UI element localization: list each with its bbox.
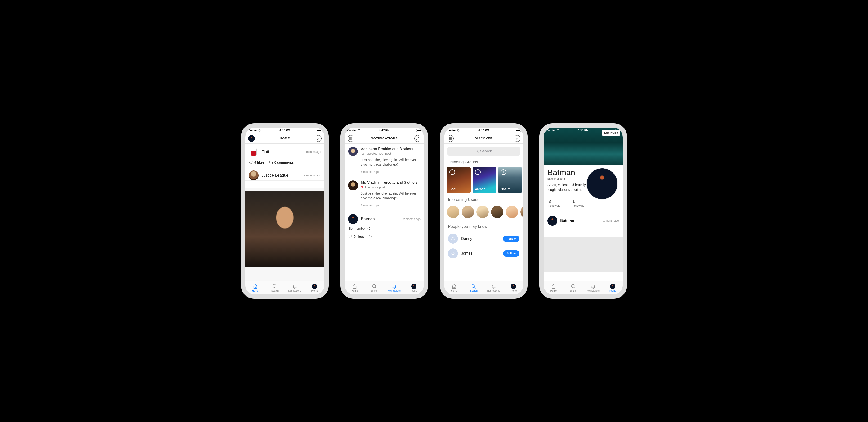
notification-avatar[interactable] [348, 147, 358, 157]
user-avatar[interactable] [506, 206, 518, 218]
add-group-button[interactable]: + [500, 169, 506, 175]
svg-point-7 [351, 138, 351, 138]
post-author[interactable]: Justice League [261, 173, 288, 178]
post-author[interactable]: Batman [560, 218, 574, 223]
notification-action: reposted your post [366, 152, 391, 155]
user-avatar[interactable] [520, 206, 523, 218]
svg-point-17 [449, 138, 450, 138]
tab-profile[interactable]: Profile [603, 281, 623, 294]
tab-home[interactable]: Home [245, 281, 265, 294]
menu-grid-button[interactable] [348, 135, 354, 142]
notification-avatar[interactable] [348, 180, 358, 190]
tab-profile[interactable]: Profile [404, 281, 424, 294]
tab-label: Search [569, 289, 577, 292]
notification-timestamp: 6 minutes ago [361, 170, 421, 173]
svg-point-1 [273, 284, 276, 288]
suggestion-name: James [461, 251, 472, 256]
feed-post[interactable]: Justice League 2 months ago [245, 167, 324, 181]
user-avatar[interactable] [448, 234, 458, 244]
tab-notifications[interactable]: Notifications [384, 281, 404, 294]
notification-item[interactable]: Adalberto Bradtke and 8 others reposted … [345, 144, 424, 177]
tab-profile[interactable]: Profile [504, 281, 524, 294]
compose-button[interactable] [414, 135, 421, 142]
post-image-placeholder [544, 236, 623, 272]
tab-search[interactable]: Search [563, 281, 583, 294]
svg-point-6 [350, 138, 350, 138]
post-avatar[interactable] [249, 170, 258, 180]
following-stat[interactable]: 1 Following [572, 199, 584, 207]
post-avatar[interactable] [249, 147, 258, 157]
search-input[interactable]: Search [447, 147, 520, 156]
post-avatar[interactable] [348, 214, 358, 224]
tab-label: Home [351, 289, 358, 292]
tab-search[interactable]: Search [464, 281, 484, 294]
search-icon [272, 284, 278, 289]
likes-button[interactable]: 0 likes [249, 160, 265, 165]
group-card-beer[interactable]: + Beer [447, 167, 471, 193]
tab-label: Search [271, 289, 279, 292]
user-avatar-button[interactable] [248, 135, 255, 142]
page-title: NOTIFICATIONS [345, 137, 424, 140]
likes-button[interactable]: 0 likes [348, 234, 364, 239]
group-name: Arcade [475, 187, 485, 191]
user-avatar[interactable] [491, 206, 503, 218]
tab-search[interactable]: Search [365, 281, 384, 294]
post-author[interactable]: Batman [361, 217, 375, 221]
svg-point-8 [351, 138, 352, 138]
notification-excerpt: Just beat the joker again. Will he ever … [361, 191, 421, 201]
profile-hero: Edit Profile [544, 128, 623, 166]
suggestion-row[interactable]: James Follow [444, 246, 523, 261]
notification-title: Adalberto Bradtke and 8 others [361, 147, 421, 151]
tab-notifications[interactable]: Notifications [484, 281, 504, 294]
user-avatar[interactable] [447, 206, 459, 218]
tab-bar: Home Search Notifications Profile [345, 281, 424, 294]
bell-icon [292, 284, 298, 289]
feed-post[interactable]: Fluff 2 months ago 0 likes 0 comments [245, 144, 324, 167]
group-card-nature[interactable]: + Nature [498, 167, 522, 193]
tab-label: Home [252, 289, 258, 292]
add-group-button[interactable]: + [450, 169, 455, 175]
tab-notifications[interactable]: Notifications [285, 281, 305, 294]
trending-groups-row[interactable]: + Beer + Arcade + Nature [444, 167, 523, 193]
status-bar: Carrier 4:47 PM [345, 128, 424, 133]
group-card-arcade[interactable]: + Arcade [473, 167, 496, 193]
comments-button[interactable]: 0 comments [269, 160, 294, 165]
battery-icon [615, 129, 620, 132]
tab-home[interactable]: Home [544, 281, 563, 294]
post-avatar[interactable] [548, 216, 557, 226]
menu-grid-button[interactable] [447, 135, 454, 142]
heart-icon [249, 160, 253, 165]
follow-button[interactable]: Follow [503, 250, 520, 256]
follow-button[interactable]: Follow [503, 236, 520, 242]
compose-button[interactable] [514, 135, 520, 142]
tab-home[interactable]: Home [345, 281, 365, 294]
repost-icon [361, 152, 364, 155]
tab-profile[interactable]: Profile [305, 281, 324, 294]
svg-point-16 [451, 137, 452, 138]
tab-notifications[interactable]: Notifications [583, 281, 603, 294]
interesting-users-row[interactable] [444, 204, 523, 222]
post-image[interactable] [245, 191, 324, 267]
feed-post[interactable]: Batman 2 months ago filler number 40 0 l… [345, 211, 424, 241]
clock: 4:54 PM [544, 129, 623, 132]
user-avatar[interactable] [448, 249, 458, 258]
reply-icon[interactable] [368, 234, 372, 239]
user-avatar[interactable] [476, 206, 489, 218]
compose-button[interactable] [315, 135, 321, 142]
add-group-button[interactable]: + [475, 169, 480, 175]
boat-icon [451, 252, 455, 255]
tab-label: Profile [510, 289, 517, 292]
page-title: DISCOVER [444, 137, 523, 140]
svg-point-26 [571, 284, 575, 288]
followers-stat[interactable]: 3 Followers [548, 199, 560, 207]
status-bar: Carrier 4:46 PM [245, 128, 324, 133]
feed-post[interactable]: Batman a month ago [544, 213, 623, 229]
tab-home[interactable]: Home [444, 281, 464, 294]
profile-avatar[interactable] [587, 168, 618, 199]
followers-count: 3 [548, 199, 560, 204]
notification-item[interactable]: Mr. Vladimir Turcotte and 3 others ❤ lik… [345, 177, 424, 211]
suggestion-row[interactable]: Danny Follow [444, 231, 523, 246]
user-avatar[interactable] [462, 206, 474, 218]
tab-search[interactable]: Search [265, 281, 285, 294]
post-author[interactable]: Fluff [261, 149, 269, 154]
